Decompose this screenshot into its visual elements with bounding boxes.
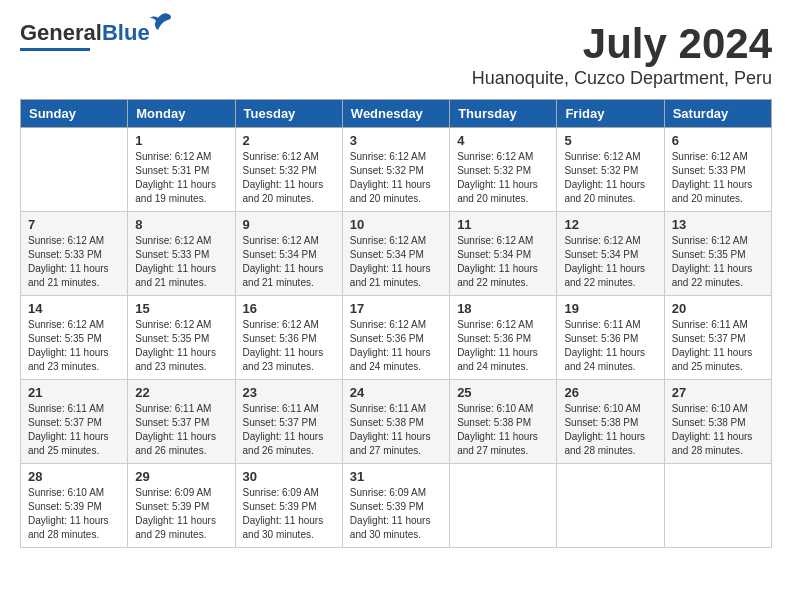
day-number: 26 (564, 385, 656, 400)
calendar-cell: 3Sunrise: 6:12 AMSunset: 5:32 PMDaylight… (342, 128, 449, 212)
header-tuesday: Tuesday (235, 100, 342, 128)
day-info: Sunrise: 6:11 AMSunset: 5:37 PMDaylight:… (243, 402, 335, 458)
calendar-cell: 11Sunrise: 6:12 AMSunset: 5:34 PMDayligh… (450, 212, 557, 296)
day-info: Sunrise: 6:12 AMSunset: 5:36 PMDaylight:… (243, 318, 335, 374)
day-number: 3 (350, 133, 442, 148)
calendar-week-4: 21Sunrise: 6:11 AMSunset: 5:37 PMDayligh… (21, 380, 772, 464)
logo-blue: Blue (102, 20, 150, 45)
calendar-cell: 31Sunrise: 6:09 AMSunset: 5:39 PMDayligh… (342, 464, 449, 548)
day-info: Sunrise: 6:12 AMSunset: 5:34 PMDaylight:… (350, 234, 442, 290)
day-info: Sunrise: 6:12 AMSunset: 5:36 PMDaylight:… (457, 318, 549, 374)
calendar-cell (21, 128, 128, 212)
calendar-cell: 26Sunrise: 6:10 AMSunset: 5:38 PMDayligh… (557, 380, 664, 464)
day-info: Sunrise: 6:12 AMSunset: 5:32 PMDaylight:… (564, 150, 656, 206)
header-saturday: Saturday (664, 100, 771, 128)
day-info: Sunrise: 6:12 AMSunset: 5:32 PMDaylight:… (350, 150, 442, 206)
logo-general: General (20, 20, 102, 45)
day-info: Sunrise: 6:12 AMSunset: 5:32 PMDaylight:… (457, 150, 549, 206)
day-info: Sunrise: 6:11 AMSunset: 5:36 PMDaylight:… (564, 318, 656, 374)
day-info: Sunrise: 6:12 AMSunset: 5:35 PMDaylight:… (28, 318, 120, 374)
calendar-cell: 20Sunrise: 6:11 AMSunset: 5:37 PMDayligh… (664, 296, 771, 380)
calendar-cell: 13Sunrise: 6:12 AMSunset: 5:35 PMDayligh… (664, 212, 771, 296)
day-number: 11 (457, 217, 549, 232)
month-year-title: July 2024 (472, 20, 772, 68)
day-number: 7 (28, 217, 120, 232)
calendar-cell (450, 464, 557, 548)
day-info: Sunrise: 6:09 AMSunset: 5:39 PMDaylight:… (135, 486, 227, 542)
calendar-cell: 16Sunrise: 6:12 AMSunset: 5:36 PMDayligh… (235, 296, 342, 380)
day-number: 5 (564, 133, 656, 148)
day-info: Sunrise: 6:12 AMSunset: 5:35 PMDaylight:… (672, 234, 764, 290)
calendar-week-3: 14Sunrise: 6:12 AMSunset: 5:35 PMDayligh… (21, 296, 772, 380)
calendar-cell: 29Sunrise: 6:09 AMSunset: 5:39 PMDayligh… (128, 464, 235, 548)
day-info: Sunrise: 6:11 AMSunset: 5:37 PMDaylight:… (135, 402, 227, 458)
calendar-header-row: SundayMondayTuesdayWednesdayThursdayFrid… (21, 100, 772, 128)
calendar-week-5: 28Sunrise: 6:10 AMSunset: 5:39 PMDayligh… (21, 464, 772, 548)
calendar-cell: 7Sunrise: 6:12 AMSunset: 5:33 PMDaylight… (21, 212, 128, 296)
day-number: 30 (243, 469, 335, 484)
day-number: 1 (135, 133, 227, 148)
day-info: Sunrise: 6:10 AMSunset: 5:39 PMDaylight:… (28, 486, 120, 542)
day-number: 24 (350, 385, 442, 400)
day-info: Sunrise: 6:12 AMSunset: 5:31 PMDaylight:… (135, 150, 227, 206)
header-thursday: Thursday (450, 100, 557, 128)
day-number: 6 (672, 133, 764, 148)
calendar-cell: 2Sunrise: 6:12 AMSunset: 5:32 PMDaylight… (235, 128, 342, 212)
logo: GeneralBlue (20, 20, 150, 51)
calendar-cell: 21Sunrise: 6:11 AMSunset: 5:37 PMDayligh… (21, 380, 128, 464)
day-number: 25 (457, 385, 549, 400)
day-number: 17 (350, 301, 442, 316)
day-info: Sunrise: 6:09 AMSunset: 5:39 PMDaylight:… (350, 486, 442, 542)
calendar-cell: 8Sunrise: 6:12 AMSunset: 5:33 PMDaylight… (128, 212, 235, 296)
calendar-title-area: July 2024 Huanoquite, Cuzco Department, … (472, 20, 772, 89)
calendar-cell: 5Sunrise: 6:12 AMSunset: 5:32 PMDaylight… (557, 128, 664, 212)
day-info: Sunrise: 6:11 AMSunset: 5:38 PMDaylight:… (350, 402, 442, 458)
day-number: 14 (28, 301, 120, 316)
day-number: 15 (135, 301, 227, 316)
calendar-cell (557, 464, 664, 548)
day-info: Sunrise: 6:12 AMSunset: 5:34 PMDaylight:… (243, 234, 335, 290)
header-sunday: Sunday (21, 100, 128, 128)
calendar-body: 1Sunrise: 6:12 AMSunset: 5:31 PMDaylight… (21, 128, 772, 548)
day-number: 12 (564, 217, 656, 232)
day-info: Sunrise: 6:12 AMSunset: 5:34 PMDaylight:… (457, 234, 549, 290)
day-info: Sunrise: 6:12 AMSunset: 5:36 PMDaylight:… (350, 318, 442, 374)
calendar-cell: 25Sunrise: 6:10 AMSunset: 5:38 PMDayligh… (450, 380, 557, 464)
header-wednesday: Wednesday (342, 100, 449, 128)
day-number: 31 (350, 469, 442, 484)
day-number: 28 (28, 469, 120, 484)
day-info: Sunrise: 6:12 AMSunset: 5:33 PMDaylight:… (135, 234, 227, 290)
header-monday: Monday (128, 100, 235, 128)
day-info: Sunrise: 6:12 AMSunset: 5:34 PMDaylight:… (564, 234, 656, 290)
day-info: Sunrise: 6:12 AMSunset: 5:33 PMDaylight:… (672, 150, 764, 206)
calendar-cell: 9Sunrise: 6:12 AMSunset: 5:34 PMDaylight… (235, 212, 342, 296)
day-number: 19 (564, 301, 656, 316)
day-number: 10 (350, 217, 442, 232)
header-friday: Friday (557, 100, 664, 128)
page-header: GeneralBlue July 2024 Huanoquite, Cuzco … (20, 20, 772, 89)
calendar-cell: 15Sunrise: 6:12 AMSunset: 5:35 PMDayligh… (128, 296, 235, 380)
calendar-cell: 28Sunrise: 6:10 AMSunset: 5:39 PMDayligh… (21, 464, 128, 548)
bird-logo-icon (150, 12, 172, 32)
calendar-cell: 14Sunrise: 6:12 AMSunset: 5:35 PMDayligh… (21, 296, 128, 380)
calendar-cell: 6Sunrise: 6:12 AMSunset: 5:33 PMDaylight… (664, 128, 771, 212)
day-number: 22 (135, 385, 227, 400)
day-info: Sunrise: 6:09 AMSunset: 5:39 PMDaylight:… (243, 486, 335, 542)
calendar-table: SundayMondayTuesdayWednesdayThursdayFrid… (20, 99, 772, 548)
calendar-cell: 24Sunrise: 6:11 AMSunset: 5:38 PMDayligh… (342, 380, 449, 464)
day-number: 4 (457, 133, 549, 148)
day-info: Sunrise: 6:10 AMSunset: 5:38 PMDaylight:… (672, 402, 764, 458)
calendar-cell: 30Sunrise: 6:09 AMSunset: 5:39 PMDayligh… (235, 464, 342, 548)
day-number: 9 (243, 217, 335, 232)
day-info: Sunrise: 6:12 AMSunset: 5:35 PMDaylight:… (135, 318, 227, 374)
day-info: Sunrise: 6:10 AMSunset: 5:38 PMDaylight:… (457, 402, 549, 458)
day-number: 8 (135, 217, 227, 232)
calendar-cell (664, 464, 771, 548)
calendar-cell: 12Sunrise: 6:12 AMSunset: 5:34 PMDayligh… (557, 212, 664, 296)
day-number: 29 (135, 469, 227, 484)
calendar-cell: 18Sunrise: 6:12 AMSunset: 5:36 PMDayligh… (450, 296, 557, 380)
day-info: Sunrise: 6:11 AMSunset: 5:37 PMDaylight:… (28, 402, 120, 458)
calendar-cell: 17Sunrise: 6:12 AMSunset: 5:36 PMDayligh… (342, 296, 449, 380)
day-number: 2 (243, 133, 335, 148)
calendar-cell: 23Sunrise: 6:11 AMSunset: 5:37 PMDayligh… (235, 380, 342, 464)
